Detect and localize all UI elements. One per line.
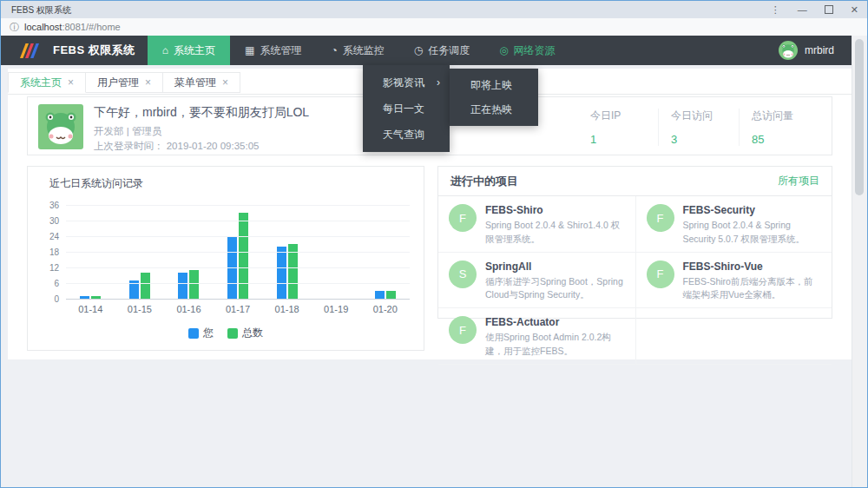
username: mrbird [805,44,834,56]
movie-info-submenu: 即将上映 正在热映 [450,69,538,126]
clock-icon: ◷ [414,44,423,56]
stat-label: 今日访问 [671,109,739,123]
y-axis-tick-label: 18 [30,247,59,257]
tab-close-icon[interactable]: × [145,77,151,88]
window-controls: ⋮ — ✕ [771,1,858,18]
tab-close-icon[interactable]: × [68,77,74,88]
info-icon[interactable]: ⓘ [10,21,19,34]
project-initial-icon: F [647,260,674,288]
chart-bar [386,291,396,299]
top-nav: FEBS 权限系统 ⌂ 系统主页 ▦ 系统管理 ◔ 系统监控 ◷ 任务调度 ◎ … [1,36,852,65]
chart-x-axis-labels: 01-1401-1501-1601-1701-1801-1901-20 [66,304,410,314]
menu-item-label: 即将上映 [470,79,512,91]
y-axis-tick-label: 30 [30,216,59,226]
x-axis-tick-label: 01-19 [312,304,361,314]
vertical-scrollbar[interactable] [852,36,867,488]
chart-bar [80,296,89,299]
minimize-button[interactable]: — [798,5,807,15]
y-axis-tick-label: 6 [30,279,59,288]
tab-close-icon[interactable]: × [222,77,228,88]
browser-urlbar[interactable]: ⓘ localhost:8081/#/home [1,18,867,36]
project-item-febs-security[interactable]: F FEBS-Security Spring Boot 2.0.4 & Spri… [635,196,832,253]
pie-icon: ◔ [331,44,337,56]
project-initial-icon: S [449,260,477,288]
chart-title: 近七日系统访问记录 [49,176,143,191]
brand-title: FEBS 权限系统 [53,43,135,58]
y-axis-tick-label: 36 [30,201,59,210]
frog-avatar-icon [38,104,83,149]
projects-panel: 进行中的项目 所有项目 F FEBS-Shiro Spring Boot 2.0… [437,166,832,319]
project-item-febs-shiro-vue[interactable]: F FEBS-Shiro-Vue FEBS-Shiro前后端分离版本，前端架构采… [635,253,832,309]
project-item-springall[interactable]: S SpringAll 循序渐进学习Spring Boot，Spring Clo… [438,253,635,309]
chart-legend: 您 总数 [28,326,424,340]
brand-logo-icon [20,43,46,58]
url-text[interactable]: localhost:8081/#/home [24,22,121,32]
stat-value: 85 [752,133,819,146]
submenu-item-coming-soon[interactable]: 即将上映 [450,73,538,97]
home-icon: ⌂ [162,44,168,56]
chart-plot-area [66,205,410,300]
legend-swatch-green [227,328,238,339]
y-axis-tick-label: 0 [30,294,59,304]
menu-item-label: 正在热映 [470,103,512,115]
nav-item-home[interactable]: ⌂ 系统主页 [148,36,230,65]
project-item-febs-actuator[interactable]: F FEBS-Actuator 使用Spring Boot Admin 2.0.… [438,308,635,365]
menu-item-label: 天气查询 [383,129,424,141]
nav-item-system-management[interactable]: ▦ 系统管理 [230,36,316,65]
submenu-item-now-showing[interactable]: 正在热映 [450,97,538,122]
tab-menu-management[interactable]: 菜单管理 × [163,72,240,93]
x-axis-tick-label: 01-16 [164,304,214,314]
greeting-last-login: 上次登录时间： 2019-01-20 09:35:05 [94,140,259,153]
gridline [66,283,410,284]
network-resources-dropdown: 影视资讯 › 每日一文 天气查询 [363,65,450,152]
stat-label: 今日IP [590,109,658,123]
nav-item-system-monitor[interactable]: ◔ 系统监控 [316,36,398,65]
project-desc: FEBS-Shiro前后端分离版本，前端架构采用Vue全家桶。 [683,275,822,303]
browser-tab-title: FEBS 权限系统 [11,4,71,16]
gridline [66,267,410,268]
legend-entry-total[interactable]: 总数 [227,326,263,340]
user-avatar-large [38,104,83,149]
legend-swatch-blue [188,328,199,339]
brand[interactable]: FEBS 权限系统 [1,36,148,65]
stat-today-ip: 今日IP 1 [578,109,658,146]
y-axis-tick-label: 12 [30,263,59,273]
browser-titlebar: FEBS 权限系统 ⋮ — ✕ [1,1,867,19]
tab-label: 菜单管理 [174,76,216,90]
project-name: FEBS-Shiro [485,204,625,216]
scrollbar-thumb[interactable] [855,39,864,195]
project-name: FEBS-Shiro-Vue [683,260,822,273]
nav-item-network-resources[interactable]: ◎ 网络资源 [484,36,569,65]
chart-bar [141,273,150,299]
nav-item-label: 任务调度 [428,43,470,58]
submenu-arrow-icon: › [437,69,440,96]
project-name: FEBS-Security [683,204,822,216]
gridline [66,252,410,253]
menu-item-weather-query[interactable]: 天气查询 [363,122,450,148]
menu-item-daily-article[interactable]: 每日一文 [363,96,450,122]
legend-entry-you[interactable]: 您 [188,326,214,340]
project-desc: 使用Spring Boot Admin 2.0.2构建，用于监控FEBS。 [485,331,625,359]
user-menu[interactable]: mrbird [779,36,852,65]
close-button[interactable]: ✕ [851,5,858,15]
all-projects-link[interactable]: 所有项目 [778,167,819,195]
project-desc: Spring Boot 2.0.4 & Shiro1.4.0 权限管理系统。 [485,219,625,247]
browser-menu-icon[interactable]: ⋮ [771,5,780,15]
stat-label: 总访问量 [752,109,819,123]
projects-title: 进行中的项目 [450,167,518,195]
nav-item-task-schedule[interactable]: ◷ 任务调度 [399,36,484,65]
grid-icon: ▦ [245,44,254,56]
chart-bar [178,273,187,299]
menu-item-movie-info[interactable]: 影视资讯 › [363,69,450,96]
stats-row: 今日IP 1 今日访问 3 总访问量 85 [578,109,819,146]
project-initial-icon: F [647,204,674,232]
compass-icon: ◎ [499,44,508,56]
project-item-febs-shiro[interactable]: F FEBS-Shiro Spring Boot 2.0.4 & Shiro1.… [438,196,635,253]
greeting-department: 开发部 | 管理员 [94,125,161,138]
tab-home[interactable]: 系统主页 × [8,72,86,93]
maximize-button[interactable] [825,5,833,14]
stat-value: 1 [590,133,658,146]
legend-label: 您 [203,326,214,340]
url-path: :8081/#/home [62,22,120,32]
tab-user-management[interactable]: 用户管理 × [86,72,163,93]
